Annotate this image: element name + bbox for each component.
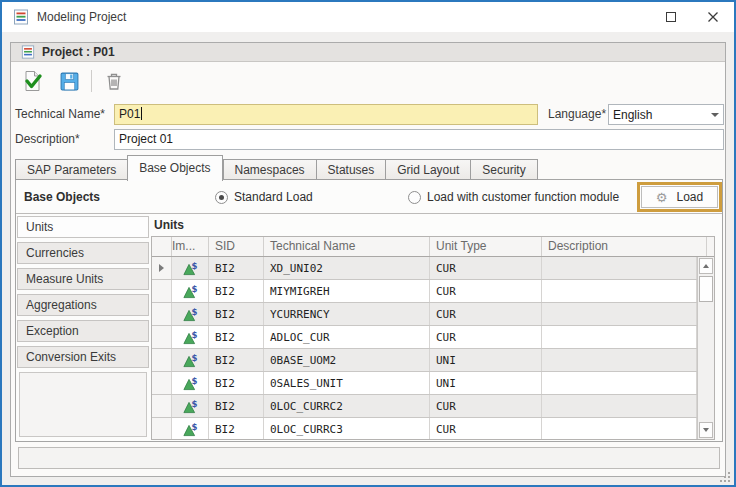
svg-text:$: $ <box>191 376 197 386</box>
delete-button[interactable] <box>100 67 128 95</box>
unit-currency-icon: $ <box>183 261 198 276</box>
technical-name-cell: 0SALES_UNIT <box>264 372 430 394</box>
unit-type-cell: UNI <box>430 372 542 394</box>
sid-cell: BI2 <box>209 372 264 394</box>
text-caret <box>141 107 142 120</box>
unit-type-cell: CUR <box>430 303 542 325</box>
scroll-down-button[interactable] <box>699 422 713 438</box>
unit-currency-icon: $ <box>183 399 198 414</box>
sid-cell: BI2 <box>209 349 264 371</box>
project-title: Project : P01 <box>42 45 115 59</box>
radio-icon <box>408 191 421 204</box>
table-row[interactable]: $ BI2 0LOC_CURRC3 CUR <box>152 418 697 439</box>
scroll-up-icon <box>703 264 709 268</box>
nav-item-aggregations[interactable]: Aggregations <box>17 294 149 316</box>
row-selector-cell <box>152 326 172 348</box>
column-header-unit-type[interactable]: Unit Type <box>430 237 542 256</box>
nav-item-currencies[interactable]: Currencies <box>17 242 149 264</box>
description-cell <box>542 257 697 279</box>
svg-text:$: $ <box>191 422 197 432</box>
import-status-cell: $ <box>172 418 209 439</box>
unit-currency-icon: $ <box>183 307 198 322</box>
nav-empty-area <box>19 372 147 437</box>
close-icon <box>707 11 719 23</box>
units-grid-body: $ BI2 XD_UNI02 CUR $ BI2 MIYMIGREH CUR $… <box>152 257 697 439</box>
table-row[interactable]: $ BI2 0SALES_UNIT UNI <box>152 372 697 395</box>
maximize-button[interactable] <box>650 2 692 32</box>
title-bar: Modeling Project <box>2 2 734 32</box>
column-header-import[interactable]: Im... <box>172 237 209 256</box>
sid-cell: BI2 <box>209 395 264 417</box>
technical-name-cell: 0LOC_CURRC3 <box>264 418 430 439</box>
technical-name-input[interactable]: P01 <box>114 104 538 125</box>
table-row[interactable]: $ BI2 0LOC_CURRC2 CUR <box>152 395 697 418</box>
sid-cell: BI2 <box>209 418 264 439</box>
svg-text:$: $ <box>191 330 197 340</box>
project-group-header: Project : P01 <box>11 43 725 62</box>
resize-grip[interactable] <box>719 471 730 482</box>
toolbar <box>19 67 136 95</box>
language-select[interactable]: English <box>608 104 724 125</box>
close-button[interactable] <box>692 2 734 32</box>
table-row[interactable]: $ BI2 XD_UNI02 CUR <box>152 257 697 280</box>
base-objects-title: Base Objects <box>24 190 100 204</box>
toolbar-separator <box>91 70 92 92</box>
nav-item-units[interactable]: Units <box>17 216 149 238</box>
gear-icon: ⚙ <box>656 191 668 204</box>
description-cell <box>542 395 697 417</box>
description-cell <box>542 303 697 325</box>
description-cell <box>542 372 697 394</box>
technical-name-cell: XD_UNI02 <box>264 257 430 279</box>
description-input[interactable]: Project 01 <box>114 129 724 150</box>
scroll-down-icon <box>703 428 709 432</box>
validate-button[interactable] <box>19 67 47 95</box>
row-selector-cell <box>152 349 172 371</box>
tab-grid-layout[interactable]: Grid Layout <box>385 159 470 180</box>
unit-currency-icon: $ <box>183 422 198 437</box>
description-cell <box>542 349 697 371</box>
table-row[interactable]: $ BI2 ADLOC_CUR CUR <box>152 326 697 349</box>
table-row[interactable]: $ BI2 0BASE_UOM2 UNI <box>152 349 697 372</box>
load-button[interactable]: ⚙ Load <box>641 186 718 208</box>
scrollbar-thumb[interactable] <box>699 276 713 302</box>
table-row[interactable]: $ BI2 MIYMIGREH CUR <box>152 280 697 303</box>
description-cell <box>542 280 697 302</box>
header-filler <box>707 237 714 256</box>
technical-name-label: Technical Name* <box>15 104 105 125</box>
vertical-scrollbar[interactable] <box>697 257 714 439</box>
save-button[interactable] <box>55 67 83 95</box>
radio-standard-load[interactable]: Standard Load <box>215 190 313 204</box>
tab-sap-parameters[interactable]: SAP Parameters <box>15 159 127 180</box>
floppy-disk-icon <box>59 71 80 92</box>
radio-icon <box>215 191 228 204</box>
unit-type-cell: CUR <box>430 280 542 302</box>
nav-item-measure-units[interactable]: Measure Units <box>17 268 149 290</box>
radio-customer-function-module[interactable]: Load with customer function module <box>408 190 619 204</box>
technical-name-cell: MIYMIGREH <box>264 280 430 302</box>
svg-text:$: $ <box>191 353 197 363</box>
import-status-cell: $ <box>172 303 209 325</box>
check-document-icon <box>22 70 44 92</box>
base-objects-tab-panel: Base Objects Standard Load Load with cus… <box>15 179 723 442</box>
svg-text:$: $ <box>191 261 197 271</box>
technical-name-cell: 0LOC_CURRC2 <box>264 395 430 417</box>
column-header-technical-name[interactable]: Technical Name <box>264 237 430 256</box>
row-selector-cell <box>152 418 172 439</box>
description-label: Description* <box>15 129 80 150</box>
tab-base-objects[interactable]: Base Objects <box>127 155 222 181</box>
tab-namespaces[interactable]: Namespaces <box>223 159 316 180</box>
unit-currency-icon: $ <box>183 330 198 345</box>
nav-item-conversion-exits[interactable]: Conversion Exits <box>17 346 149 368</box>
import-status-cell: $ <box>172 372 209 394</box>
column-header-sid[interactable]: SID <box>209 237 264 256</box>
tab-security[interactable]: Security <box>470 159 537 180</box>
row-selector-header <box>152 237 172 256</box>
description-cell <box>542 418 697 439</box>
load-button-highlight: ⚙ Load <box>637 182 722 212</box>
tab-statuses[interactable]: Statuses <box>316 159 386 180</box>
table-row[interactable]: $ BI2 YCURRENCY CUR <box>152 303 697 326</box>
scroll-up-button[interactable] <box>699 258 713 274</box>
column-header-description[interactable]: Description <box>542 237 707 256</box>
maximize-icon <box>666 12 676 22</box>
nav-item-exception-aggregations[interactable]: Exception Aggregations <box>17 320 149 342</box>
